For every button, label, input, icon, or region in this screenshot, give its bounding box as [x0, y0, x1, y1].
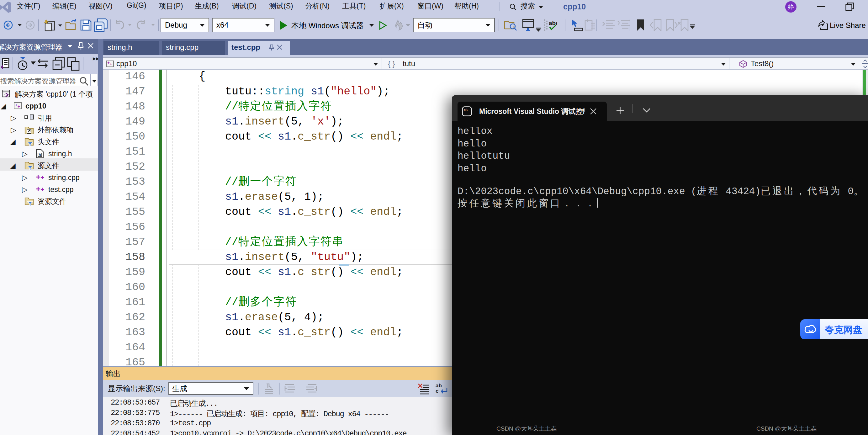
svg-text:+: + — [107, 61, 110, 65]
svg-text:c: c — [436, 388, 438, 394]
svg-text:+: + — [18, 104, 20, 109]
svg-text:+: + — [15, 102, 18, 107]
svg-text:c:\: c:\ — [464, 108, 468, 112]
svg-text:+: + — [110, 62, 112, 66]
svg-text:h: h — [38, 153, 41, 157]
